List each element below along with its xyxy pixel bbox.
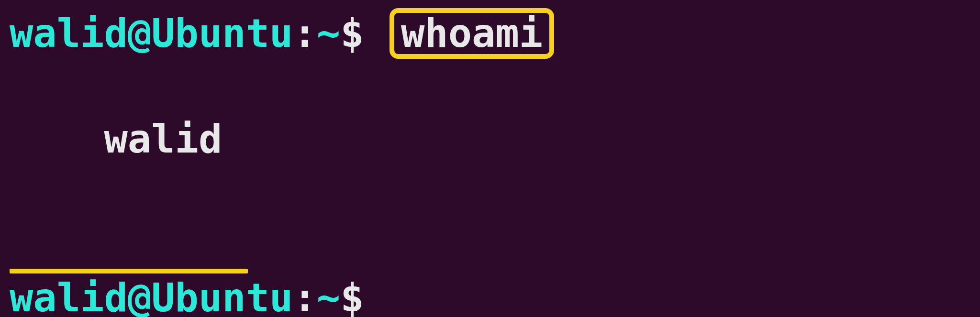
command-highlight-box: whoami — [390, 8, 554, 59]
terminal-line-2: walid — [10, 60, 970, 272]
prompt-space — [364, 272, 388, 317]
prompt-user-host: walid@Ubuntu — [10, 272, 293, 317]
prompt-symbol: $ — [340, 7, 364, 60]
command-text: whoami — [401, 11, 543, 56]
prompt-colon: : — [293, 272, 316, 317]
terminal-line-3[interactable]: walid@Ubuntu:~$ — [10, 272, 970, 317]
prompt-path: ~ — [317, 272, 340, 317]
output-wrapper: walid — [10, 60, 222, 272]
command-output: walid — [104, 116, 222, 162]
prompt-space — [364, 7, 388, 60]
prompt-path: ~ — [317, 7, 340, 60]
terminal-line-1[interactable]: walid@Ubuntu:~$ whoami — [10, 7, 970, 60]
prompt-symbol: $ — [340, 272, 364, 317]
prompt-user-host: walid@Ubuntu — [10, 7, 293, 60]
underline-annotation — [10, 269, 248, 273]
prompt-colon: : — [293, 7, 316, 60]
